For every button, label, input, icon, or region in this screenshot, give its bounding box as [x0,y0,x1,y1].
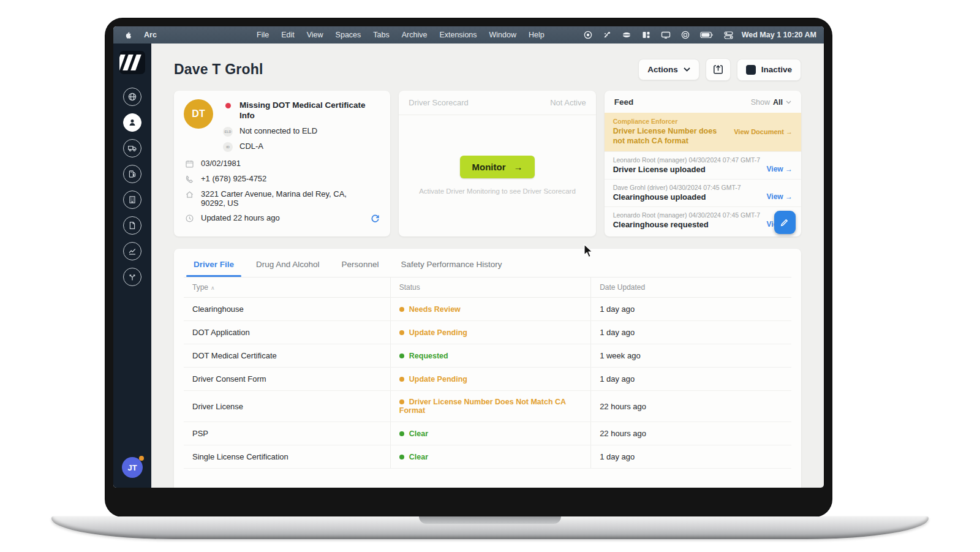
menubar-item-arc[interactable]: Arc [138,26,251,43]
status-dot-icon [399,377,404,382]
shortcuts-icon[interactable] [681,31,690,39]
calendar-icon [185,159,194,168]
control-center-icon[interactable] [724,31,733,39]
cell-type: DOT Medical Certificate [184,344,390,368]
driver-info-card: DT Missing DOT Medical Certificate Info … [174,91,390,236]
tab-driver-file[interactable]: Driver File [194,260,234,277]
actions-button[interactable]: Actions [638,59,699,80]
menubar-item-file[interactable]: File [251,26,275,43]
table-row[interactable]: Driver Consent Form Update Pending 1 day… [184,368,791,391]
monitor-button[interactable]: Monitor → [460,156,535,178]
feed-item-view-link[interactable]: View → [767,192,793,201]
cell-status: Update Pending [390,368,590,391]
eld-badge-icon: ELD [223,127,233,137]
feed-item-text: Clearinghouse uploaded [613,192,706,202]
laptop-bezel: Arc File Edit View Spaces Tabs Archive E… [105,18,832,516]
menubar-item-view[interactable]: View [301,26,330,43]
cloud-app-icon[interactable] [622,31,631,39]
keyboard-settings-icon[interactable] [603,31,611,39]
menubar-item-help[interactable]: Help [522,26,551,43]
feed-card: Feed Show All Compliance Enforcer Driver… [605,91,801,236]
user-avatar[interactable]: JT [122,457,143,478]
app-window: JT Dave T Grohl Actions [113,43,824,488]
menubar-clock[interactable]: Wed May 1 10:20 AM [742,31,816,39]
person-icon [127,118,137,127]
upload-icon [712,64,724,75]
cell-type: Driver License [184,391,390,422]
sidebar-item-drivers[interactable] [123,113,141,132]
edit-button[interactable] [774,211,796,234]
table-row[interactable]: DOT Medical Certificate Requested 1 week… [184,344,791,368]
arrow-right-icon: → [513,162,522,172]
status-dot-icon [399,399,404,404]
chevron-down-icon [684,67,690,72]
column-header-date-updated[interactable]: Date Updated [591,278,791,298]
menubar-item-archive[interactable]: Archive [396,26,434,43]
driver-file-table: Type∧ Status Date Updated Clearinghouse … [184,277,791,469]
sidebar-item-fuel[interactable] [123,165,141,183]
feed-header: Feed Show All [605,91,801,113]
menubar-item-window[interactable]: Window [483,26,522,43]
driver-initials: DT [192,108,205,119]
address-text: 3221 Carter Avenue, Marina del Rey, CA, … [201,189,366,208]
sidebar-item-dispatch[interactable] [123,268,141,286]
stage-manager-icon[interactable] [642,31,650,39]
summary-cards: DT Missing DOT Medical Certificate Info … [174,91,801,236]
line-chart-icon [127,246,137,256]
menubar-item-extensions[interactable]: Extensions [433,26,483,43]
laptop-screen: Arc File Edit View Spaces Tabs Archive E… [113,26,824,488]
inactive-toggle[interactable]: Inactive [737,59,801,81]
display-icon[interactable] [661,31,671,39]
pencil-icon [780,217,790,227]
sidebar-item-company[interactable] [123,191,141,209]
battery-icon[interactable] [700,31,714,39]
user-initials: JT [127,463,137,472]
laptop-base-notch [419,516,561,524]
status-dot-icon [399,455,404,459]
feed-compliance-alert: Compliance Enforcer Driver License Numbe… [605,113,801,151]
app-logo[interactable] [119,51,145,74]
fuel-pump-icon [127,169,137,179]
table-row[interactable]: PSP Clear 22 hours ago [184,422,791,445]
sidebar-item-dashboard[interactable] [123,88,141,106]
id-badge-icon: ID [223,142,233,152]
license-class-row: ID CDL-A [222,142,380,152]
upload-document-button[interactable] [706,58,731,81]
scorecard-hint: Activate Driver Monitoring to see Driver… [419,187,576,195]
table-row[interactable]: Single License Certification Clear 1 day… [184,445,791,469]
phone-text: +1 (678) 925-4752 [201,174,266,183]
sidebar-item-documents[interactable] [123,216,141,235]
tab-drug-and-alcohol[interactable]: Drug And Alcohol [256,260,320,277]
menubar-item-tabs[interactable]: Tabs [367,26,395,43]
menubar-item-edit[interactable]: Edit [275,26,301,43]
license-class-text: CDL-A [239,142,263,151]
table-row[interactable]: Driver License Driver License Number Doe… [184,391,791,422]
menubar-item-spaces[interactable]: Spaces [330,26,368,43]
status-dot-icon [399,307,404,312]
view-document-link[interactable]: View Document → [734,128,793,135]
column-header-status[interactable]: Status [390,278,590,298]
cell-date: 1 day ago [591,321,791,344]
scorecard-title: Driver Scorecard [409,98,469,107]
table-row[interactable]: DOT Application Update Pending 1 day ago [184,321,791,344]
screen-record-icon[interactable] [584,31,592,39]
apple-menu-icon[interactable] [121,31,138,40]
sidebar-item-vehicles[interactable] [123,139,141,157]
main-content: Dave T Grohl Actions Inactive [151,43,824,488]
feed-item-view-link[interactable]: View → [767,165,793,173]
refresh-button[interactable] [370,213,380,224]
feed-show-filter[interactable]: Show All [751,98,791,107]
table-row[interactable]: Clearinghouse Needs Review 1 day ago [184,298,791,321]
updated-row: Updated 22 hours ago [184,213,380,224]
sidebar-item-reports[interactable] [123,242,141,260]
tab-personnel[interactable]: Personnel [342,260,379,277]
truck-icon [127,143,137,153]
cell-type: PSP [184,422,390,445]
cell-date: 1 day ago [591,368,791,391]
phone-row: +1 (678) 925-4752 [184,174,380,184]
cell-status: Clear [390,445,590,469]
feed-show-value: All [773,98,783,107]
phone-icon [185,175,194,184]
column-header-type[interactable]: Type∧ [184,278,390,298]
tab-safety-performance-history[interactable]: Safety Performance History [401,260,502,277]
